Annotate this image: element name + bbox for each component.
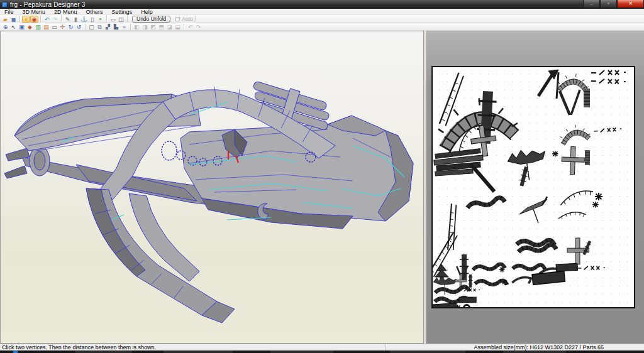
viewport-3d[interactable] [0, 31, 424, 344]
rotate-part-right-icon: ↷ [194, 23, 203, 30]
hand-icon[interactable]: ✛ [58, 23, 67, 30]
pattern-part-arcband[interactable] [559, 124, 591, 146]
pattern-part-wavy[interactable] [467, 197, 505, 208]
undo-icon[interactable]: ↶ [43, 16, 51, 23]
toolbar-separator [40, 16, 41, 22]
pattern-part-wavy[interactable] [513, 264, 545, 269]
auto-checkbox[interactable]: Auto [175, 16, 193, 22]
toolbar-main: ▰◼●◉↶↷✎▮⚓▯◓▭◫ Undo Unfold Auto [0, 15, 644, 23]
toolbar-separator [127, 16, 128, 22]
window-controls: –▫✕ [583, 0, 644, 8]
marquee-icon[interactable]: ▢ [87, 23, 96, 30]
light-toggle-icon[interactable]: ● [22, 16, 30, 23]
start-orb-icon[interactable] [13, 350, 18, 353]
rotate-cw-icon[interactable]: ↻ [67, 23, 75, 30]
pattern-part-star[interactable] [592, 202, 599, 208]
auto-checkbox-label: Auto [182, 16, 193, 22]
pattern-part-wavy[interactable] [473, 264, 505, 269]
toolbar-separator [19, 16, 20, 22]
pattern-part-bits[interactable] [577, 266, 605, 270]
menu-item-help[interactable]: Help [136, 9, 157, 15]
pattern-part-cross[interactable] [561, 146, 585, 175]
list-icon[interactable]: ≡ [120, 23, 128, 30]
menu-item-others[interactable]: Others [82, 9, 108, 15]
3d-model-gun[interactable] [1, 31, 423, 343]
pattern-part-slab[interactable] [459, 297, 476, 303]
green-bar-icon[interactable]: ▥ [34, 23, 42, 30]
box-icon[interactable]: ▯ [88, 16, 96, 23]
pattern-part-star[interactable] [502, 280, 507, 285]
pencil-icon[interactable]: ✎ [64, 16, 72, 23]
align-right-icon: ◩ [149, 23, 157, 30]
app-window: frg - Pepakura Designer 3 –▫✕ File3D Men… [0, 0, 644, 353]
texture-sphere-icon[interactable]: ◉ [30, 16, 38, 23]
anchor-icon[interactable]: ⚓ [80, 16, 88, 23]
pattern-part-arrowpair[interactable] [538, 70, 558, 99]
save-icon[interactable]: ◼ [9, 16, 18, 23]
pattern-part-bits[interactable] [594, 128, 621, 133]
magnet-icon[interactable]: ◓ [96, 16, 104, 23]
rotate-part-left-icon: ↶ [186, 23, 194, 30]
toolbar-2d-tools: ⊕↖▣◆▥▤▭✛↻↺▢⧉▞▙≡◧◨◩⬒◪⬓↶↷ [0, 23, 644, 31]
menu-item-file[interactable]: File [0, 9, 18, 15]
pattern-part-pin[interactable] [582, 240, 592, 256]
stack-icon[interactable]: ▙ [112, 23, 120, 30]
align-top-icon: ⬒ [157, 23, 165, 30]
pattern-part-spikes[interactable] [440, 203, 464, 251]
pattern-part-hbar[interactable] [584, 89, 590, 107]
pattern-part-slab[interactable] [532, 271, 565, 285]
rotate-ccw-icon[interactable]: ↺ [75, 23, 83, 30]
pattern-part-tickarc[interactable] [559, 190, 594, 205]
title-bar: frg - Pepakura Designer 3 –▫✕ [0, 0, 644, 9]
pattern-part-slab[interactable] [433, 303, 457, 307]
pattern-part-star[interactable] [552, 151, 558, 157]
viewport-2d[interactable] [426, 31, 644, 344]
align-left-icon: ◧ [133, 23, 141, 30]
close-button[interactable]: ✕ [617, 0, 644, 8]
maximize-button[interactable]: ▫ [600, 0, 617, 8]
toolbar-separator [184, 24, 184, 30]
pattern-part-spikes[interactable] [440, 72, 464, 128]
auto-checkbox-box[interactable] [175, 17, 180, 21]
menu-bar: File3D Menu2D MenuOthersSettingsHelp [0, 9, 644, 15]
menu-item-3d-menu[interactable]: 3D Menu [18, 9, 50, 15]
image-icon[interactable]: ▣ [18, 23, 26, 30]
zoom-icon[interactable]: ⊕ [1, 23, 9, 30]
orange-box-icon[interactable]: ▤ [42, 23, 50, 30]
pattern-part-ring[interactable] [464, 305, 470, 308]
divide-icon[interactable]: ▞ [104, 23, 112, 30]
assembled-size-readout: Assembled size(mm): H612 W1302 D227 / Pa… [385, 344, 644, 350]
window-filled-icon[interactable]: ◫ [117, 16, 125, 23]
pattern-part-bits[interactable] [591, 70, 626, 75]
pattern-part-star[interactable] [499, 267, 504, 272]
paint-icon[interactable]: ◆ [26, 23, 34, 30]
windows-taskbar[interactable] [0, 350, 644, 353]
toolbar-separator [85, 24, 86, 30]
pattern-part-wavy[interactable] [435, 286, 469, 293]
minimize-button[interactable]: – [583, 0, 600, 8]
monitor-icon[interactable]: ▭ [50, 23, 58, 30]
pattern-part-hbar[interactable] [585, 150, 590, 165]
menu-item-2d-menu[interactable]: 2D Menu [50, 9, 82, 15]
pattern-part-pin[interactable] [468, 274, 472, 288]
app-icon [2, 2, 8, 8]
select-arrow-icon[interactable]: ↖ [9, 23, 18, 30]
join-parts-icon[interactable]: ⧉ [96, 23, 104, 30]
pattern-part-slab[interactable] [556, 263, 578, 271]
menu-item-settings[interactable]: Settings [108, 9, 137, 15]
align-center-v-icon: ◨ [141, 23, 149, 30]
window-outline-icon[interactable]: ▭ [109, 16, 117, 23]
open-file-icon[interactable]: ▰ [1, 16, 9, 23]
pattern-part-bits[interactable] [591, 79, 626, 84]
pattern-part-star[interactable] [595, 193, 602, 200]
undo-unfold-button[interactable]: Undo Unfold [132, 16, 170, 23]
pattern-part-hook[interactable] [512, 277, 531, 285]
redo-icon[interactable]: ↷ [51, 16, 59, 23]
eraser-icon[interactable]: ▮ [72, 16, 80, 23]
window-title: frg - Pepakura Designer 3 [10, 1, 86, 8]
pattern-part-para[interactable] [519, 197, 547, 223]
pattern-page[interactable] [431, 66, 635, 308]
pattern-part-vband[interactable] [560, 90, 580, 115]
align-middle-icon: ◪ [165, 23, 174, 30]
pattern-part-tickarc[interactable] [558, 210, 586, 222]
